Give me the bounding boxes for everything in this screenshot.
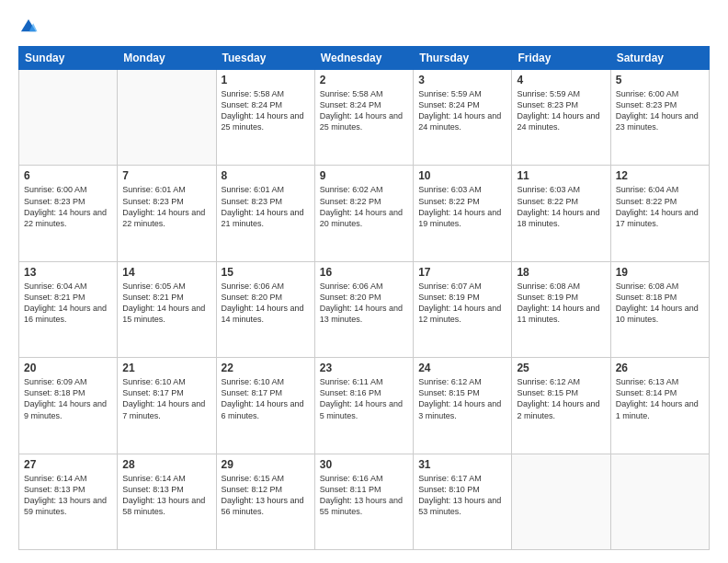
calendar-cell: 17Sunrise: 6:07 AMSunset: 8:19 PMDayligh… [414, 261, 512, 357]
calendar-cell: 30Sunrise: 6:16 AMSunset: 8:11 PMDayligh… [314, 454, 413, 549]
logo [18, 17, 40, 37]
calendar-cell [610, 454, 709, 549]
cell-text: Sunrise: 6:00 AMSunset: 8:23 PMDaylight:… [24, 185, 107, 227]
calendar-cell: 26Sunrise: 6:13 AMSunset: 8:14 PMDayligh… [610, 358, 709, 454]
cell-text: Sunrise: 6:04 AMSunset: 8:21 PMDaylight:… [24, 282, 107, 324]
calendar-cell: 27Sunrise: 6:14 AMSunset: 8:13 PMDayligh… [19, 454, 118, 549]
calendar-cell: 12Sunrise: 6:04 AMSunset: 8:22 PMDayligh… [610, 166, 709, 261]
cell-text: Sunrise: 6:12 AMSunset: 8:15 PMDaylight:… [418, 377, 501, 419]
calendar-header-wednesday: Wednesday [314, 47, 413, 70]
day-number: 31 [418, 458, 506, 471]
calendar-header-monday: Monday [118, 47, 216, 70]
day-number: 27 [24, 458, 112, 471]
day-number: 7 [122, 169, 210, 182]
cell-text: Sunrise: 6:13 AMSunset: 8:14 PMDaylight:… [616, 377, 699, 419]
calendar-cell: 6Sunrise: 6:00 AMSunset: 8:23 PMDaylight… [19, 166, 118, 261]
cell-text: Sunrise: 6:01 AMSunset: 8:23 PMDaylight:… [222, 185, 304, 227]
calendar-week-2: 6Sunrise: 6:00 AMSunset: 8:23 PMDaylight… [19, 166, 710, 261]
day-number: 10 [418, 169, 506, 182]
calendar-cell: 5Sunrise: 6:00 AMSunset: 8:23 PMDaylight… [610, 70, 709, 166]
calendar-cell: 11Sunrise: 6:03 AMSunset: 8:22 PMDayligh… [512, 166, 610, 261]
calendar-header-saturday: Saturday [610, 47, 709, 70]
cell-text: Sunrise: 6:06 AMSunset: 8:20 PMDaylight:… [320, 282, 403, 324]
day-number: 19 [616, 266, 704, 279]
day-number: 28 [122, 458, 210, 471]
day-number: 1 [222, 74, 310, 86]
calendar-header-row: SundayMondayTuesdayWednesdayThursdayFrid… [19, 47, 710, 70]
calendar-cell: 19Sunrise: 6:08 AMSunset: 8:18 PMDayligh… [610, 261, 709, 357]
day-number: 21 [122, 362, 210, 374]
calendar-header-friday: Friday [512, 47, 610, 70]
cell-text: Sunrise: 5:58 AMSunset: 8:24 PMDaylight:… [320, 89, 403, 132]
cell-text: Sunrise: 6:06 AMSunset: 8:20 PMDaylight:… [222, 282, 304, 324]
day-number: 14 [122, 266, 210, 279]
day-number: 23 [320, 362, 408, 374]
day-number: 24 [418, 362, 506, 374]
calendar-cell: 18Sunrise: 6:08 AMSunset: 8:19 PMDayligh… [512, 261, 610, 357]
calendar-table: SundayMondayTuesdayWednesdayThursdayFrid… [18, 46, 710, 550]
day-number: 13 [24, 266, 112, 279]
calendar-cell: 14Sunrise: 6:05 AMSunset: 8:21 PMDayligh… [118, 261, 216, 357]
calendar-cell: 24Sunrise: 6:12 AMSunset: 8:15 PMDayligh… [414, 358, 512, 454]
cell-text: Sunrise: 5:59 AMSunset: 8:23 PMDaylight:… [517, 89, 599, 132]
calendar-cell: 4Sunrise: 5:59 AMSunset: 8:23 PMDaylight… [512, 70, 610, 166]
cell-text: Sunrise: 6:12 AMSunset: 8:15 PMDaylight:… [517, 377, 599, 419]
calendar-header-sunday: Sunday [19, 47, 118, 70]
calendar-cell: 9Sunrise: 6:02 AMSunset: 8:22 PMDaylight… [314, 166, 413, 261]
day-number: 29 [222, 458, 310, 471]
cell-text: Sunrise: 6:08 AMSunset: 8:19 PMDaylight:… [517, 282, 599, 324]
day-number: 6 [24, 169, 112, 182]
day-number: 9 [320, 169, 408, 182]
cell-text: Sunrise: 6:00 AMSunset: 8:23 PMDaylight:… [616, 89, 699, 132]
calendar-cell: 22Sunrise: 6:10 AMSunset: 8:17 PMDayligh… [216, 358, 314, 454]
day-number: 5 [616, 74, 704, 86]
calendar-cell: 29Sunrise: 6:15 AMSunset: 8:12 PMDayligh… [216, 454, 314, 549]
cell-text: Sunrise: 5:58 AMSunset: 8:24 PMDaylight:… [222, 89, 304, 132]
cell-text: Sunrise: 6:04 AMSunset: 8:22 PMDaylight:… [616, 185, 699, 227]
day-number: 11 [517, 169, 605, 182]
cell-text: Sunrise: 5:59 AMSunset: 8:24 PMDaylight:… [418, 89, 501, 132]
day-number: 15 [222, 266, 310, 279]
calendar-cell: 7Sunrise: 6:01 AMSunset: 8:23 PMDaylight… [118, 166, 216, 261]
calendar-cell [512, 454, 610, 549]
logo-icon [18, 17, 39, 37]
cell-text: Sunrise: 6:10 AMSunset: 8:17 PMDaylight:… [222, 377, 304, 419]
calendar-header-tuesday: Tuesday [216, 47, 314, 70]
calendar-cell: 21Sunrise: 6:10 AMSunset: 8:17 PMDayligh… [118, 358, 216, 454]
day-number: 30 [320, 458, 408, 471]
calendar-week-4: 20Sunrise: 6:09 AMSunset: 8:18 PMDayligh… [19, 358, 710, 454]
day-number: 12 [616, 169, 704, 182]
day-number: 3 [418, 74, 506, 86]
calendar-cell: 2Sunrise: 5:58 AMSunset: 8:24 PMDaylight… [314, 70, 413, 166]
day-number: 26 [616, 362, 704, 374]
calendar-cell [19, 70, 118, 166]
calendar-cell: 8Sunrise: 6:01 AMSunset: 8:23 PMDaylight… [216, 166, 314, 261]
cell-text: Sunrise: 6:01 AMSunset: 8:23 PMDaylight:… [122, 185, 205, 227]
calendar-week-5: 27Sunrise: 6:14 AMSunset: 8:13 PMDayligh… [19, 454, 710, 549]
calendar-cell: 31Sunrise: 6:17 AMSunset: 8:10 PMDayligh… [414, 454, 512, 549]
calendar-week-3: 13Sunrise: 6:04 AMSunset: 8:21 PMDayligh… [19, 261, 710, 357]
calendar-cell: 20Sunrise: 6:09 AMSunset: 8:18 PMDayligh… [19, 358, 118, 454]
calendar-cell: 23Sunrise: 6:11 AMSunset: 8:16 PMDayligh… [314, 358, 413, 454]
cell-text: Sunrise: 6:10 AMSunset: 8:17 PMDaylight:… [122, 377, 205, 419]
day-number: 4 [517, 74, 605, 86]
calendar-cell: 13Sunrise: 6:04 AMSunset: 8:21 PMDayligh… [19, 261, 118, 357]
cell-text: Sunrise: 6:07 AMSunset: 8:19 PMDaylight:… [418, 282, 501, 324]
header [18, 17, 710, 37]
day-number: 20 [24, 362, 112, 374]
cell-text: Sunrise: 6:16 AMSunset: 8:11 PMDaylight:… [320, 474, 403, 516]
cell-text: Sunrise: 6:08 AMSunset: 8:18 PMDaylight:… [616, 282, 699, 324]
day-number: 8 [222, 169, 310, 182]
calendar-cell: 25Sunrise: 6:12 AMSunset: 8:15 PMDayligh… [512, 358, 610, 454]
cell-text: Sunrise: 6:03 AMSunset: 8:22 PMDaylight:… [517, 185, 599, 227]
cell-text: Sunrise: 6:03 AMSunset: 8:22 PMDaylight:… [418, 185, 501, 227]
calendar-cell [118, 70, 216, 166]
cell-text: Sunrise: 6:09 AMSunset: 8:18 PMDaylight:… [24, 377, 107, 419]
cell-text: Sunrise: 6:11 AMSunset: 8:16 PMDaylight:… [320, 377, 403, 419]
cell-text: Sunrise: 6:14 AMSunset: 8:13 PMDaylight:… [122, 474, 205, 516]
cell-text: Sunrise: 6:05 AMSunset: 8:21 PMDaylight:… [122, 282, 205, 324]
calendar-cell: 15Sunrise: 6:06 AMSunset: 8:20 PMDayligh… [216, 261, 314, 357]
page: SundayMondayTuesdayWednesdayThursdayFrid… [0, 0, 728, 563]
day-number: 16 [320, 266, 408, 279]
cell-text: Sunrise: 6:17 AMSunset: 8:10 PMDaylight:… [418, 474, 501, 516]
